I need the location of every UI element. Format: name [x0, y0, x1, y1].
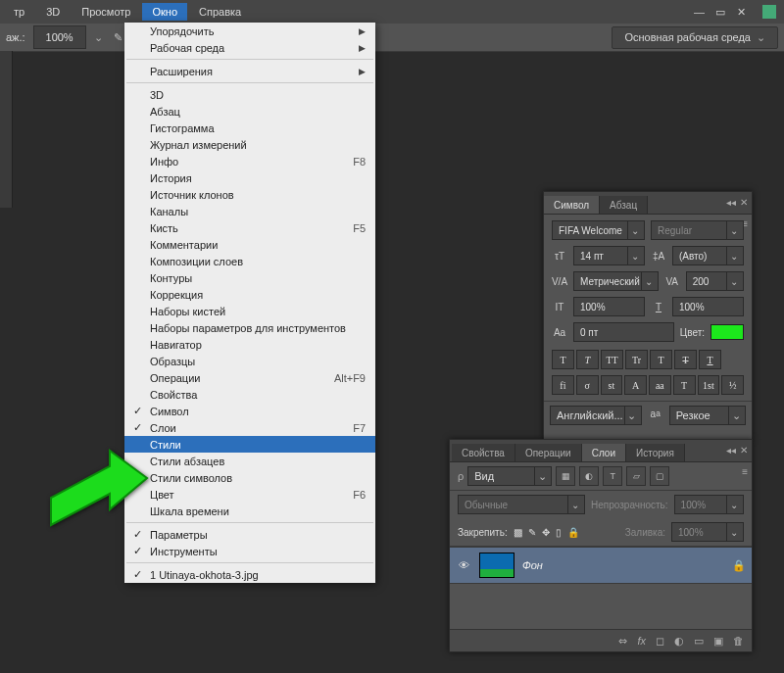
lock-image-icon[interactable]: ✎	[528, 527, 536, 538]
text-color-swatch[interactable]	[710, 324, 744, 340]
menu-item[interactable]: Наборы кистей	[124, 303, 375, 319]
lock-position-icon[interactable]: ✥	[542, 527, 550, 538]
lock-all-icon[interactable]: 🔒	[567, 527, 579, 538]
menu-3d[interactable]: 3D	[36, 3, 70, 21]
filter-adjust-icon[interactable]: ◐	[579, 466, 599, 486]
layer-row[interactable]: 👁 Фон 🔒	[450, 547, 752, 584]
menu-item[interactable]: Расширения▶	[124, 63, 375, 79]
menu-item[interactable]: Абзац	[124, 103, 375, 120]
tab-paragraph[interactable]: Абзац	[600, 196, 648, 214]
menu-item[interactable]: Коррекция	[124, 286, 375, 303]
menu-item[interactable]: Упорядочить▶	[124, 23, 375, 39]
menu-item[interactable]: Источник клонов	[124, 186, 375, 203]
opentype-button[interactable]: ½	[721, 375, 744, 395]
panel-collapse-icon[interactable]: ◂◂	[726, 197, 736, 208]
menu-item[interactable]: Шкала времени	[124, 503, 375, 519]
font-family-select[interactable]: FIFA Welcome⌄	[552, 220, 645, 240]
menu-help[interactable]: Справка	[189, 3, 251, 21]
fx-icon[interactable]: fx	[637, 635, 646, 647]
tab-actions[interactable]: Операции	[515, 444, 582, 461]
menu-item[interactable]: Стили	[124, 436, 375, 453]
menu-item[interactable]: Контуры	[124, 269, 375, 286]
text-style-button[interactable]: T	[650, 350, 672, 369]
chevron-down-icon[interactable]: ⌄	[94, 31, 103, 44]
layer-name[interactable]: Фон	[522, 559, 543, 571]
opentype-button[interactable]: fi	[552, 375, 574, 395]
text-style-button[interactable]: TT	[601, 350, 623, 369]
font-size-select[interactable]: 14 пт⌄	[573, 246, 645, 265]
menu-item[interactable]: Каналы	[124, 203, 375, 219]
menu-item[interactable]: ОперацииAlt+F9	[124, 369, 375, 386]
text-style-button[interactable]: T	[699, 350, 721, 369]
tab-character[interactable]: Символ	[544, 196, 600, 214]
opentype-button[interactable]: st	[601, 375, 623, 395]
menu-item[interactable]: Журнал измерений	[124, 136, 375, 153]
menu-item[interactable]: ✓1 Utinaya-okhota-3.jpg	[124, 566, 375, 583]
close-icon[interactable]: ✕	[737, 6, 753, 18]
mask-icon[interactable]: ◻	[656, 635, 664, 648]
menu-item[interactable]: Образцы	[124, 353, 375, 369]
language-select[interactable]: Английский...⌄	[550, 406, 642, 425]
menu-item[interactable]: Композиции слоев	[124, 253, 375, 269]
maximize-icon[interactable]: ▭	[715, 6, 731, 18]
adjustment-icon[interactable]: ◐	[674, 635, 684, 648]
vscale-input[interactable]: 100%	[573, 297, 645, 316]
antialias-select[interactable]: Резкое⌄	[669, 406, 746, 425]
filter-kind-select[interactable]: Вид⌄	[467, 466, 552, 486]
menu-item[interactable]: ✓СлоиF7	[124, 419, 375, 436]
menu-item[interactable]: Комментарии	[124, 236, 375, 253]
opentype-button[interactable]: 1st	[698, 375, 720, 395]
fill-input[interactable]: 100%⌄	[671, 522, 744, 542]
panel-collapse-icon[interactable]: ◂◂	[726, 445, 736, 456]
opentype-button[interactable]: σ	[576, 375, 599, 395]
opacity-input[interactable]: 100%⌄	[674, 495, 744, 514]
menu-item[interactable]: ЦветF6	[124, 486, 375, 503]
filter-smart-icon[interactable]: ▢	[650, 466, 669, 486]
menu-item[interactable]: Стили символов	[124, 469, 375, 486]
menu-item[interactable]: 3D	[124, 86, 375, 103]
panel-close-icon[interactable]: ✕	[740, 445, 748, 456]
tab-history[interactable]: История	[626, 444, 685, 461]
blend-mode-select[interactable]: Обычные⌄	[458, 495, 585, 514]
zoom-input[interactable]: 100%	[33, 25, 86, 49]
opentype-button[interactable]: A	[624, 375, 647, 395]
menu-item[interactable]: ✓Символ	[124, 403, 375, 419]
panel-close-icon[interactable]: ✕	[740, 197, 748, 208]
tab-properties[interactable]: Свойства	[452, 444, 515, 461]
text-style-button[interactable]: Tr	[625, 350, 648, 369]
panel-menu-icon[interactable]: ≡	[742, 466, 748, 477]
leading-select[interactable]: (Авто)⌄	[672, 246, 744, 265]
menu-item[interactable]: Наборы параметров для инструментов	[124, 319, 375, 336]
lock-transparency-icon[interactable]: ▩	[514, 527, 522, 538]
menu-item[interactable]: Рабочая среда▶	[124, 39, 375, 56]
filter-pixel-icon[interactable]: ▦	[556, 466, 575, 486]
filter-type-icon[interactable]: T	[603, 466, 622, 486]
new-layer-icon[interactable]: ▣	[713, 635, 723, 648]
filter-shape-icon[interactable]: ▱	[626, 466, 646, 486]
visibility-icon[interactable]: 👁	[456, 559, 471, 571]
minimize-icon[interactable]: —	[694, 6, 710, 18]
menu-item[interactable]: История	[124, 169, 375, 186]
hscale-input[interactable]: 100%	[672, 297, 744, 316]
workspace-switcher[interactable]: Основная рабочая среда ⌄	[612, 26, 778, 49]
menu-item[interactable]: ✓Параметры	[124, 526, 375, 543]
font-style-select[interactable]: Regular⌄	[651, 220, 744, 240]
text-style-button[interactable]: T	[674, 350, 697, 369]
delete-icon[interactable]: 🗑	[733, 635, 744, 647]
menu-item[interactable]: Навигатор	[124, 336, 375, 353]
link-layers-icon[interactable]: ⇔	[618, 635, 627, 648]
text-style-button[interactable]: T	[552, 350, 574, 369]
opentype-button[interactable]: T	[673, 375, 696, 395]
baseline-input[interactable]: 0 пт	[573, 322, 674, 342]
menu-item[interactable]: КистьF5	[124, 219, 375, 236]
text-style-button[interactable]: T	[576, 350, 599, 369]
menu-view[interactable]: Просмотр	[72, 3, 140, 21]
menu-item[interactable]: Стили абзацев	[124, 453, 375, 469]
menu-item[interactable]: Свойства	[124, 386, 375, 403]
menu-item[interactable]: ИнфоF8	[124, 153, 375, 169]
menu-filter[interactable]: тр	[4, 3, 34, 21]
opentype-button[interactable]: aa	[649, 375, 671, 395]
tracking-select[interactable]: 200⌄	[686, 271, 744, 291]
tab-layers[interactable]: Слои	[582, 444, 626, 461]
group-icon[interactable]: ▭	[694, 635, 704, 648]
